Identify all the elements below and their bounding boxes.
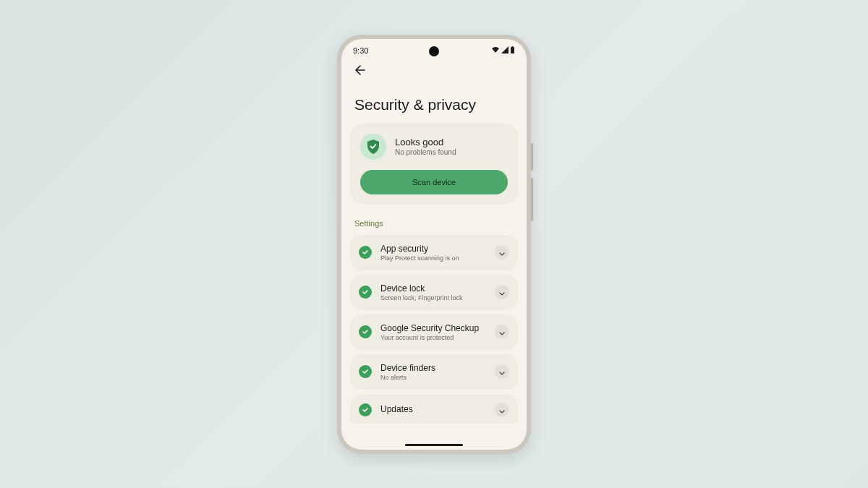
settings-item-title: App security <box>380 244 486 254</box>
battery-icon <box>510 46 515 56</box>
expand-button[interactable] <box>495 325 509 339</box>
settings-list: App security Play Protect scanning is on… <box>341 235 527 423</box>
expand-button[interactable] <box>495 364 509 379</box>
expand-button[interactable] <box>495 245 509 260</box>
svg-rect-1 <box>512 46 514 48</box>
phone-side-button <box>531 143 533 171</box>
chevron-down-icon <box>499 403 505 416</box>
phone-frame: 9:30 Security & privacy <box>337 35 531 454</box>
settings-item-updates[interactable]: Updates <box>350 394 518 423</box>
status-subtitle: No problems found <box>395 148 456 156</box>
settings-item-subtitle: Screen lock, Fingerprint lock <box>380 294 486 301</box>
settings-item-subtitle: Play Protect scanning is on <box>380 254 486 262</box>
scan-device-button[interactable]: Scan device <box>360 170 508 194</box>
check-circle-icon <box>359 365 372 378</box>
signal-icon <box>501 46 509 55</box>
chevron-down-icon <box>499 325 505 338</box>
status-title: Looks good <box>395 137 456 147</box>
wifi-icon <box>491 46 500 55</box>
check-circle-icon <box>359 246 372 259</box>
svg-rect-0 <box>511 47 514 53</box>
expand-button[interactable] <box>495 403 509 417</box>
settings-item-title: Device finders <box>380 363 486 373</box>
phone-camera-cutout <box>429 46 439 56</box>
shield-check-icon <box>360 134 386 160</box>
arrow-left-icon <box>354 64 366 79</box>
nav-handle[interactable] <box>405 444 463 446</box>
chevron-down-icon <box>499 365 505 378</box>
settings-item-device-finders[interactable]: Device finders No alerts <box>350 354 518 390</box>
phone-screen: 9:30 Security & privacy <box>341 39 527 450</box>
settings-item-app-security[interactable]: App security Play Protect scanning is on <box>350 235 518 270</box>
check-circle-icon <box>359 403 372 416</box>
check-circle-icon <box>359 325 372 338</box>
settings-item-subtitle: Your account is protected <box>380 334 486 341</box>
settings-item-google-security-checkup[interactable]: Google Security Checkup Your account is … <box>350 314 518 350</box>
security-status-card: Looks good No problems found Scan device <box>350 124 518 205</box>
settings-item-title: Google Security Checkup <box>380 323 486 333</box>
settings-item-subtitle: No alerts <box>380 374 486 381</box>
chevron-down-icon <box>499 286 505 299</box>
expand-button[interactable] <box>495 285 509 299</box>
settings-item-device-lock[interactable]: Device lock Screen lock, Fingerprint loc… <box>350 275 518 310</box>
section-label-settings: Settings <box>341 215 527 235</box>
phone-side-button <box>531 178 533 221</box>
settings-item-title: Device lock <box>380 283 486 294</box>
page-title: Security & privacy <box>341 82 527 124</box>
check-circle-icon <box>359 286 372 299</box>
chevron-down-icon <box>499 246 505 259</box>
status-time: 9:30 <box>353 46 368 55</box>
back-button[interactable] <box>352 63 369 80</box>
settings-item-title: Updates <box>380 404 486 414</box>
